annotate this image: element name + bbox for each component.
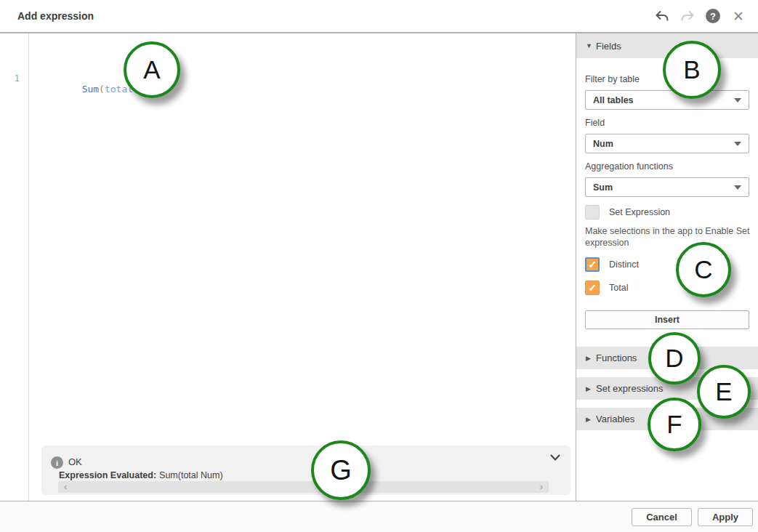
field-dropdown[interactable]: Num bbox=[585, 134, 749, 153]
aggregation-functions-label: Aggregation functions bbox=[585, 161, 749, 172]
main-area: 1 Sum(total Num) i OK Expression Evaluat… bbox=[0, 33, 758, 501]
evaluation-result-value: Sum(total Num) bbox=[159, 470, 223, 480]
insert-button[interactable]: Insert bbox=[585, 310, 749, 329]
evaluation-result: Expression Evaluated:Sum(total Num) bbox=[59, 470, 223, 480]
footer: Cancel Apply bbox=[0, 501, 758, 532]
aggregation-functions-dropdown[interactable]: Sum bbox=[585, 177, 749, 197]
annotation-circle-d: D bbox=[648, 332, 701, 384]
chevron-down-icon[interactable] bbox=[549, 454, 561, 462]
accordion-functions-label: Functions bbox=[596, 352, 637, 363]
set-expression-row: Set Expression bbox=[585, 205, 749, 219]
titlebar-icons: ? ✕ bbox=[654, 8, 746, 24]
accordion-set-expressions-label: Set expressions bbox=[596, 383, 664, 394]
accordion-fields-label: Fields bbox=[596, 41, 621, 52]
add-expression-dialog: Add expression ? ✕ bbox=[0, 0, 758, 532]
caret-down-icon: ▼ bbox=[586, 42, 596, 49]
total-checkbox[interactable]: ✓ bbox=[585, 281, 600, 295]
annotation-circle-g: G bbox=[311, 440, 371, 500]
expression-token: Sum bbox=[82, 84, 99, 94]
scroll-left-icon[interactable]: ‹ bbox=[64, 481, 67, 493]
evaluation-status-panel: i OK Expression Evaluated:Sum(total Num)… bbox=[41, 446, 570, 495]
info-icon: i bbox=[51, 456, 63, 469]
filter-by-table-value: All tables bbox=[593, 95, 734, 105]
annotation-circle-f: F bbox=[648, 398, 701, 451]
annotation-circle-c: C bbox=[676, 242, 731, 297]
help-icon[interactable]: ? bbox=[705, 8, 721, 24]
redo-icon[interactable] bbox=[680, 8, 695, 24]
fields-panel: Filter by table All tables Field Num Agg… bbox=[576, 58, 758, 329]
evaluation-result-label: Expression Evaluated: bbox=[59, 470, 156, 480]
set-expression-label: Set Expression bbox=[609, 207, 670, 217]
undo-icon[interactable] bbox=[654, 8, 670, 24]
annotation-circle-e: E bbox=[697, 365, 751, 419]
accordion-variables-label: Variables bbox=[596, 414, 634, 424]
status-state: OK bbox=[68, 456, 82, 467]
expression-editor[interactable]: 1 Sum(total Num) i OK Expression Evaluat… bbox=[0, 33, 576, 501]
check-icon: ✓ bbox=[588, 259, 597, 270]
line-number: 1 bbox=[15, 73, 20, 84]
annotation-circle-b: B bbox=[663, 41, 721, 99]
dropdown-caret-icon bbox=[734, 98, 741, 102]
field-label: Field bbox=[585, 118, 749, 128]
filter-by-table-dropdown[interactable]: All tables bbox=[585, 90, 749, 110]
horizontal-scrollbar[interactable]: ‹ › bbox=[58, 481, 549, 493]
close-icon[interactable]: ✕ bbox=[730, 8, 746, 24]
field-value: Num bbox=[593, 139, 734, 149]
caret-right-icon: ▶ bbox=[586, 416, 596, 423]
title-bar: Add expression ? ✕ bbox=[0, 0, 758, 33]
scroll-right-icon[interactable]: › bbox=[540, 481, 543, 493]
dropdown-caret-icon bbox=[734, 185, 741, 190]
set-expression-note: Make selections in the app to Enable Set… bbox=[585, 225, 754, 249]
dialog-title: Add expression bbox=[17, 10, 94, 22]
dropdown-caret-icon bbox=[734, 142, 741, 146]
apply-button[interactable]: Apply bbox=[698, 508, 753, 526]
editor-gutter: 1 bbox=[0, 33, 29, 501]
expression-token: ( bbox=[99, 84, 105, 94]
cancel-button[interactable]: Cancel bbox=[632, 508, 692, 526]
caret-right-icon: ▶ bbox=[586, 385, 596, 392]
caret-right-icon: ▶ bbox=[586, 355, 596, 362]
distinct-checkbox[interactable]: ✓ bbox=[585, 257, 600, 272]
total-label: Total bbox=[609, 283, 628, 293]
set-expression-checkbox[interactable] bbox=[585, 205, 600, 219]
aggregation-functions-value: Sum bbox=[593, 182, 734, 193]
distinct-label: Distinct bbox=[609, 259, 639, 270]
annotation-circle-a: A bbox=[124, 41, 180, 98]
check-icon: ✓ bbox=[588, 282, 597, 294]
